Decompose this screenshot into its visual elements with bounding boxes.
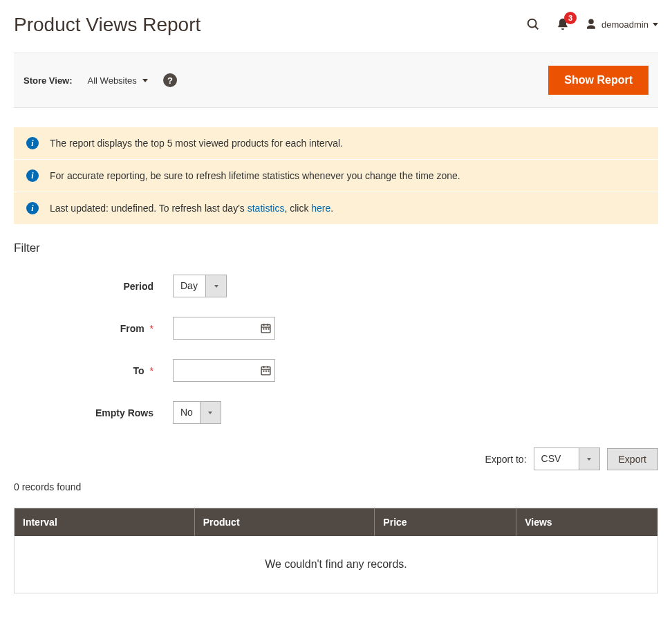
- chevron-down-icon: [142, 79, 148, 82]
- info-message: i The report displays the top 5 most vie…: [14, 127, 658, 160]
- notification-badge: 3: [564, 12, 577, 24]
- msg-text-part: .: [330, 203, 333, 214]
- svg-point-0: [528, 19, 536, 28]
- chevron-down-icon: [214, 285, 218, 288]
- svg-line-1: [535, 26, 538, 29]
- svg-rect-13: [263, 371, 264, 372]
- message-text: The report displays the top 5 most viewe…: [50, 138, 343, 149]
- calendar-icon[interactable]: [256, 360, 274, 381]
- page-title: Product Views Report: [14, 14, 200, 36]
- chevron-down-icon: [653, 23, 658, 26]
- period-select[interactable]: Day: [173, 275, 227, 297]
- msg-text-part: , click: [284, 203, 311, 214]
- to-date-input[interactable]: [174, 360, 256, 381]
- show-report-button[interactable]: Show Report: [548, 66, 648, 95]
- msg-text-part: Last updated: undefined. To refresh last…: [50, 203, 248, 214]
- table-header-row: Interval Product Price Views: [15, 508, 658, 537]
- store-view-value: All Websites: [88, 75, 137, 86]
- info-icon: i: [26, 137, 39, 149]
- col-product: Product: [194, 508, 375, 537]
- user-name: demoadmin: [601, 19, 648, 30]
- notifications-icon[interactable]: 3: [556, 17, 570, 31]
- from-date-input[interactable]: [174, 317, 256, 339]
- chevron-down-icon: [208, 412, 212, 414]
- message-text: For accurate reporting, be sure to refre…: [50, 170, 460, 181]
- col-views: Views: [516, 508, 658, 537]
- info-icon: i: [26, 202, 39, 214]
- empty-records-text: We couldn't find any records.: [15, 536, 658, 593]
- export-to-label: Export to:: [485, 454, 527, 465]
- records-found-text: 0 records found: [14, 481, 658, 492]
- refresh-here-link[interactable]: here: [311, 203, 330, 214]
- period-label: Period: [123, 281, 153, 292]
- chevron-down-icon: [587, 458, 591, 461]
- help-icon[interactable]: ?: [163, 73, 177, 87]
- message-text: Last updated: undefined. To refresh last…: [50, 203, 333, 214]
- from-label: From: [120, 323, 144, 334]
- info-message: i Last updated: undefined. To refresh la…: [14, 192, 658, 225]
- info-message: i For accurate reporting, be sure to ref…: [14, 160, 658, 192]
- period-value: Day: [174, 275, 205, 297]
- filter-section-title: Filter: [14, 241, 658, 255]
- info-icon: i: [26, 169, 39, 182]
- user-icon: [585, 18, 597, 30]
- required-mark: *: [150, 323, 153, 334]
- report-table: Interval Product Price Views We couldn't…: [14, 508, 658, 593]
- to-label: To: [133, 365, 144, 376]
- svg-rect-7: [265, 329, 266, 330]
- svg-rect-6: [263, 329, 264, 330]
- export-format-select[interactable]: CSV: [534, 447, 600, 470]
- col-price: Price: [375, 508, 516, 537]
- search-icon[interactable]: [525, 17, 541, 32]
- export-format-value: CSV: [534, 448, 579, 470]
- col-interval: Interval: [15, 508, 195, 537]
- user-menu[interactable]: demoadmin: [585, 18, 658, 30]
- calendar-icon[interactable]: [256, 317, 274, 339]
- required-mark: *: [150, 365, 153, 376]
- empty-rows-select[interactable]: No: [173, 401, 221, 424]
- empty-rows-label: Empty Rows: [95, 407, 153, 418]
- svg-rect-8: [268, 329, 269, 330]
- store-view-select[interactable]: All Websites: [88, 75, 148, 86]
- svg-rect-15: [268, 371, 269, 372]
- store-view-label: Store View:: [24, 75, 73, 86]
- statistics-link[interactable]: statistics: [248, 203, 285, 214]
- export-button[interactable]: Export: [607, 448, 658, 470]
- svg-rect-14: [265, 371, 266, 372]
- table-empty-row: We couldn't find any records.: [15, 536, 658, 593]
- empty-rows-value: No: [174, 402, 200, 423]
